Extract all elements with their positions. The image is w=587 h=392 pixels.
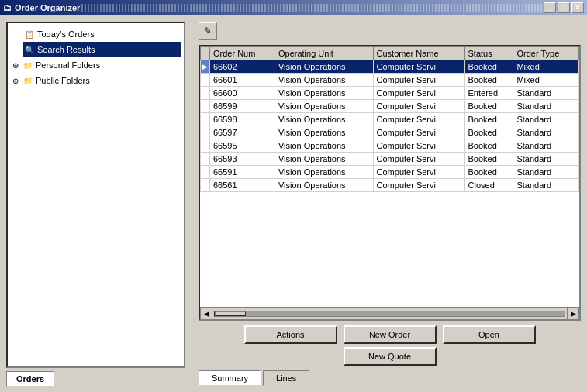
horizontal-scrollbar[interactable]: ◀ ▶	[200, 307, 579, 319]
cell-status: Closed	[464, 179, 513, 192]
table-row[interactable]: 66561Vision OperationsComputer ServiClos…	[201, 179, 579, 192]
table-row[interactable]: 66598Vision OperationsComputer ServiBook…	[201, 113, 579, 126]
cell-customer-name: Computer Servi	[373, 126, 464, 139]
table-row[interactable]: ▶66602Vision OperationsComputer ServiBoo…	[201, 60, 579, 74]
cell-customer-name: Computer Servi	[373, 60, 464, 74]
window-title: Order Organizer	[15, 3, 80, 12]
folder-icon: 📁	[22, 74, 34, 87]
sidebar-item-search-results[interactable]: 🔍 Search Results	[23, 42, 181, 57]
edit-button[interactable]: ✎	[199, 22, 217, 40]
tab-lines[interactable]: Lines	[263, 370, 309, 386]
left-panel: 📋 Today's Orders 🔍 Search Results ⊕ 📁 Pe…	[0, 15, 192, 392]
cell-order-num: 66561	[210, 179, 275, 192]
row-indicator	[201, 139, 210, 153]
table-row[interactable]: 66593Vision OperationsComputer ServiBook…	[201, 153, 579, 166]
cell-order-type: Standard	[513, 87, 579, 100]
cell-order-num: 66598	[210, 113, 275, 126]
col-status[interactable]: Status	[464, 47, 513, 60]
row-indicator	[201, 74, 210, 87]
cell-order-num: 66597	[210, 126, 275, 139]
cell-status: Booked	[464, 60, 513, 74]
row-indicator: ▶	[201, 60, 210, 74]
row-indicator	[201, 113, 210, 126]
cell-customer-name: Computer Servi	[373, 113, 464, 126]
cell-operating-unit: Vision Operations	[275, 126, 373, 139]
col-customer-name[interactable]: Customer Name	[373, 47, 464, 60]
table-row[interactable]: 66595Vision OperationsComputer ServiBook…	[201, 139, 579, 153]
sidebar-item-personal-folders[interactable]: ⊕ 📁 Personal Folders	[11, 57, 181, 73]
close-button[interactable]: ✕	[571, 2, 584, 13]
row-indicator	[201, 100, 210, 113]
right-panel: ✎ Order Num Operating Unit Customer Name…	[192, 15, 587, 392]
sidebar-item-public-folders[interactable]: ⊕ 📁 Public Folders	[11, 73, 181, 88]
cell-order-type: Standard	[513, 113, 579, 126]
cell-order-num: 66601	[210, 74, 275, 87]
row-indicator	[201, 153, 210, 166]
table-row[interactable]: 66591Vision OperationsComputer ServiBook…	[201, 166, 579, 179]
action-row-1: Actions New Order Open	[199, 325, 581, 344]
row-indicator	[201, 166, 210, 179]
col-operating-unit[interactable]: Operating Unit	[275, 47, 373, 60]
table-area: Order Num Operating Unit Customer Name S…	[199, 45, 581, 321]
folder-icon: 📋	[23, 28, 36, 40]
new-order-button[interactable]: New Order	[344, 325, 437, 344]
cell-order-num: 66595	[210, 139, 275, 153]
sidebar-item-label: Public Folders	[36, 76, 90, 85]
cell-order-num: 66602	[210, 60, 275, 74]
row-indicator	[201, 87, 210, 100]
tab-summary[interactable]: Summary	[199, 370, 261, 386]
table-row[interactable]: 66597Vision OperationsComputer ServiBook…	[201, 126, 579, 139]
cell-customer-name: Computer Servi	[373, 87, 464, 100]
minimize-button[interactable]: _	[544, 2, 556, 13]
cell-customer-name: Computer Servi	[373, 139, 464, 153]
title-bar-dots	[80, 4, 544, 12]
search-icon: 🔍	[23, 43, 36, 56]
cell-order-type: Standard	[513, 179, 579, 192]
cell-status: Booked	[464, 100, 513, 113]
new-quote-button[interactable]: New Quote	[344, 347, 437, 366]
window-controls: _ □ ✕	[544, 2, 584, 13]
cell-status: Booked	[464, 126, 513, 139]
cell-operating-unit: Vision Operations	[275, 166, 373, 179]
cell-operating-unit: Vision Operations	[275, 74, 373, 87]
main-container: 📋 Today's Orders 🔍 Search Results ⊕ 📁 Pe…	[0, 15, 587, 392]
cell-operating-unit: Vision Operations	[275, 179, 373, 192]
sidebar-item-label: Personal Folders	[36, 60, 100, 70]
row-indicator	[201, 126, 210, 139]
table-row[interactable]: 66600Vision OperationsComputer ServiEnte…	[201, 87, 579, 100]
cell-order-type: Standard	[513, 153, 579, 166]
cell-order-type: Standard	[513, 139, 579, 153]
table-row[interactable]: 66601Vision OperationsComputer ServiBook…	[201, 74, 579, 87]
cell-customer-name: Computer Servi	[373, 166, 464, 179]
cell-operating-unit: Vision Operations	[275, 153, 373, 166]
folder-icon: 📁	[22, 59, 34, 71]
scroll-left-button[interactable]: ◀	[200, 308, 212, 320]
col-order-num[interactable]: Order Num	[210, 47, 275, 60]
edit-icon: ✎	[204, 26, 212, 36]
scroll-track[interactable]	[214, 311, 565, 317]
scroll-right-button[interactable]: ▶	[567, 308, 579, 320]
cell-order-type: Mixed	[513, 74, 579, 87]
actions-button[interactable]: Actions	[244, 325, 337, 344]
maximize-button[interactable]: □	[558, 2, 570, 13]
expand-icon: ⊕	[11, 60, 20, 70]
scroll-thumb[interactable]	[215, 311, 246, 316]
cell-operating-unit: Vision Operations	[275, 87, 373, 100]
open-button[interactable]: Open	[443, 325, 536, 344]
cell-status: Booked	[464, 113, 513, 126]
sidebar-item-todays-orders[interactable]: 📋 Today's Orders	[23, 26, 181, 42]
cell-order-num: 66593	[210, 153, 275, 166]
tab-orders[interactable]: Orders	[6, 371, 54, 386]
cell-status: Booked	[464, 166, 513, 179]
table-row[interactable]: 66599Vision OperationsComputer ServiBook…	[201, 100, 579, 113]
cell-status: Booked	[464, 74, 513, 87]
cell-order-num: 66591	[210, 166, 275, 179]
cell-order-num: 66599	[210, 100, 275, 113]
cell-customer-name: Computer Servi	[373, 179, 464, 192]
table-scroll[interactable]: Order Num Operating Unit Customer Name S…	[200, 46, 579, 307]
col-order-type[interactable]: Order Type	[513, 47, 579, 60]
expand-icon: ⊕	[11, 76, 20, 85]
sidebar-item-label: Search Results	[37, 45, 95, 54]
row-indicator	[201, 179, 210, 192]
cell-operating-unit: Vision Operations	[275, 113, 373, 126]
